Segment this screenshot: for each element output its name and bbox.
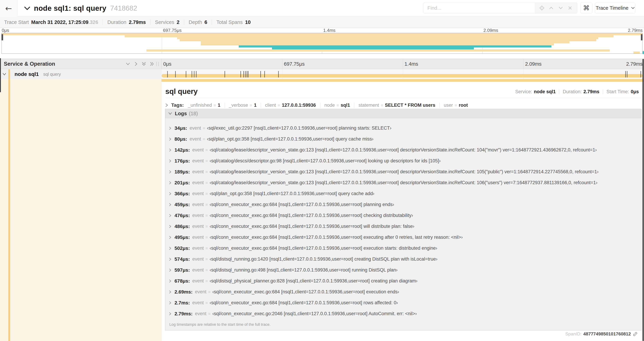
log-field-value: ‹sql/catalog/lease/descriptor_version_st… — [210, 169, 599, 174]
log-entry-row[interactable]: 678μs:event=‹sql/distsql_physical_planne… — [165, 275, 642, 286]
find-toolbar — [535, 3, 577, 13]
log-entry-row[interactable]: 189μs:event=‹sql/catalog/lease/descripto… — [165, 166, 642, 177]
deep-link-icon[interactable] — [632, 331, 638, 337]
chevron-right-icon — [169, 268, 172, 272]
expand-one-icon[interactable] — [134, 62, 138, 66]
span-duration-bar[interactable] — [162, 74, 642, 78]
span-name-cell[interactable]: node sql1 sql query — [0, 69, 162, 79]
log-timestamp: 201μs: — [174, 180, 190, 186]
chevron-down-icon[interactable] — [24, 7, 30, 10]
logs-header[interactable]: Logs (18) — [165, 109, 642, 118]
summary-separator — [212, 20, 212, 25]
column-resizer-grip[interactable] — [156, 62, 159, 66]
span-bar-cell[interactable] — [162, 69, 644, 79]
log-marker-tick[interactable] — [186, 71, 186, 78]
log-field-value: ‹sql/plan_opt.go:358 [nsql1,client=127.0… — [210, 191, 374, 196]
log-marker-tick[interactable] — [625, 71, 626, 78]
log-field-key: event — [192, 267, 204, 273]
log-field-value: ‹sql/conn_executor_exec.go:684 [nsql1,cl… — [210, 224, 414, 229]
log-marker-tick[interactable] — [167, 71, 168, 78]
chevron-right-icon — [169, 203, 172, 206]
minimap-axis-tick-label: 0μs — [2, 28, 9, 33]
collapse-one-icon[interactable] — [126, 62, 130, 66]
log-field-key: event — [192, 278, 204, 284]
trace-id: 7418682 — [110, 4, 137, 12]
tags-row[interactable]: Tags: _unfinished=1_verbose=1client=127.… — [165, 101, 468, 109]
focus-match-icon[interactable] — [539, 5, 544, 11]
log-entry-row[interactable]: 574μs:event=‹sql/distsql_running.go:1420… — [165, 254, 642, 265]
log-marker-tick[interactable] — [248, 71, 248, 78]
log-marker-tick[interactable] — [224, 71, 225, 78]
minimap-left-scrubber[interactable] — [2, 34, 3, 40]
prev-match-icon[interactable] — [548, 5, 554, 11]
log-marker-tick[interactable] — [244, 71, 244, 78]
log-entry-row[interactable]: 486μs:event=‹sql/conn_executor_exec.go:6… — [165, 221, 642, 232]
expand-all-icon[interactable] — [150, 62, 154, 66]
log-marker-tick[interactable] — [627, 71, 628, 78]
log-field-key: event — [192, 202, 204, 207]
log-marker-tick[interactable] — [175, 71, 176, 78]
log-marker-tick[interactable] — [192, 71, 192, 78]
back-button[interactable]: ← — [0, 0, 17, 17]
log-marker-tick[interactable] — [264, 71, 265, 78]
log-marker-tick[interactable] — [245, 71, 246, 78]
log-entry-row[interactable]: 2.79ms:event=‹sql/conn_executor_exec.go:… — [165, 308, 642, 319]
left-pane-scrollbar[interactable] — [0, 58, 1, 92]
chevron-right-icon — [169, 225, 172, 228]
log-marker-tick[interactable] — [247, 71, 247, 78]
equals-sign: = — [206, 148, 208, 152]
tag-item[interactable]: _unfinished=1 — [188, 103, 220, 108]
log-entry-row[interactable]: 201μs:event=‹sql/catalog/lease/descripto… — [165, 177, 642, 188]
log-marker-tick[interactable] — [240, 71, 241, 78]
log-marker-tick[interactable] — [260, 71, 261, 78]
view-selector-button[interactable]: Trace Timeline — [595, 3, 635, 13]
tag-key: _verbose — [229, 103, 248, 108]
log-marker-tick[interactable] — [194, 71, 194, 78]
log-entry-row[interactable]: 176μs:event=‹sql/catalog/descs/descripto… — [165, 155, 642, 166]
equals-sign: = — [206, 159, 208, 163]
log-entry-row[interactable]: 2.7ms:event=‹sql/conn_executor_exec.go:6… — [165, 297, 642, 308]
page-scrollbar[interactable] — [642, 59, 644, 341]
log-marker-tick[interactable] — [278, 71, 279, 78]
log-marker-tick[interactable] — [196, 71, 196, 78]
log-entry-row[interactable]: 502μs:event=‹sql/conn_executor_exec.go:6… — [165, 243, 642, 254]
log-entry-row[interactable]: 2.69ms:event=‹sql/conn_executor_exec.go:… — [165, 286, 642, 297]
log-timestamp: 459μs: — [174, 202, 190, 207]
collapse-all-icon[interactable] — [142, 62, 146, 66]
chevron-down-icon — [168, 112, 172, 115]
log-entry-row[interactable]: 34μs:event=‹sql/exec_util.go:2297 [nsql1… — [165, 123, 642, 134]
tag-item[interactable]: statement=SELECT * FROM users — [358, 103, 436, 108]
find-input[interactable] — [423, 3, 535, 13]
tag-item[interactable]: _verbose=1 — [229, 103, 256, 108]
log-timestamp: 34μs: — [174, 125, 187, 131]
chevron-right-icon — [169, 159, 172, 163]
summary-value: 6 — [204, 20, 207, 25]
log-marker-tick[interactable] — [640, 71, 641, 78]
tag-item[interactable]: node=sql1 — [324, 103, 350, 108]
log-entry-row[interactable]: 142μs:event=‹sql/catalog/lease/descripto… — [165, 145, 642, 155]
minimap-right-scrubber[interactable] — [641, 34, 642, 40]
log-entry-row[interactable]: 80μs:event=‹sql/plan_opt.go:358 [nsql1,c… — [165, 134, 642, 145]
minimap-axis-tick-label: 697.75μs — [163, 28, 182, 33]
span-collapse-caret-icon[interactable] — [2, 73, 6, 76]
log-entry-row[interactable]: 366μs:event=‹sql/plan_opt.go:358 [nsql1,… — [165, 188, 642, 199]
tag-item[interactable]: user=root — [444, 103, 468, 108]
log-entry-row[interactable]: 459μs:event=‹sql/conn_executor_exec.go:6… — [165, 199, 642, 210]
log-timestamp: 574μs: — [174, 256, 190, 262]
log-timestamp: 2.7ms: — [174, 300, 190, 306]
timeline-minimap[interactable] — [2, 33, 642, 54]
service-operation-header: Service & Operation — [0, 59, 162, 69]
keyboard-shortcuts-button[interactable]: ⌘ — [580, 3, 592, 13]
equals-sign: = — [206, 257, 208, 262]
equals-sign: = — [214, 103, 216, 108]
minimap-span-bar — [180, 39, 596, 41]
tag-item[interactable]: client=127.0.0.1:59936 — [265, 103, 316, 108]
next-match-icon[interactable] — [558, 5, 563, 11]
span-detail-panel: sql query Service:node sql1Duration:2.79… — [162, 79, 644, 341]
equals-sign: = — [454, 103, 457, 108]
chevron-right-icon — [169, 312, 172, 315]
log-entry-row[interactable]: 495μs:event=‹sql/conn_executor_exec.go:6… — [165, 232, 642, 243]
clear-find-icon[interactable] — [568, 5, 573, 11]
log-entry-row[interactable]: 597μs:event=‹sql/distsql_running.go:498 … — [165, 265, 642, 275]
log-entry-row[interactable]: 476μs:event=‹sql/conn_executor_exec.go:6… — [165, 210, 642, 221]
